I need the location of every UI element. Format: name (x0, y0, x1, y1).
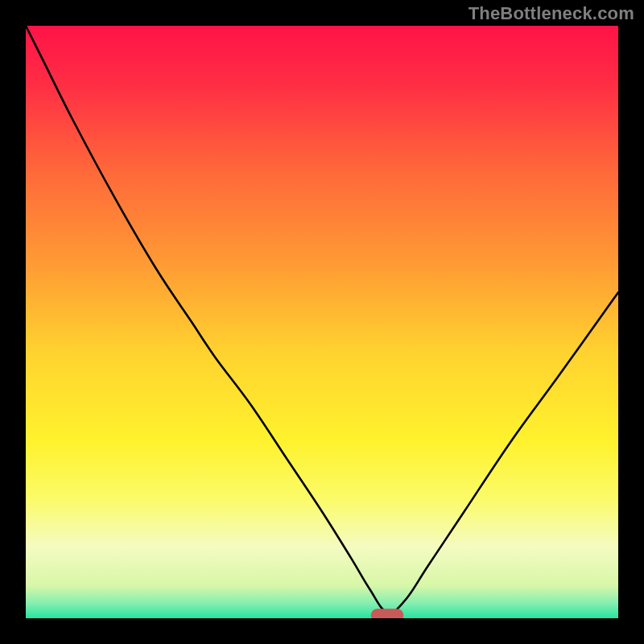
plot-area (26, 26, 618, 618)
gradient-background (26, 26, 618, 618)
optimal-marker (371, 609, 403, 618)
chart-container: TheBottleneck.com (0, 0, 644, 644)
watermark-label: TheBottleneck.com (469, 3, 634, 24)
bottleneck-chart (26, 26, 618, 618)
